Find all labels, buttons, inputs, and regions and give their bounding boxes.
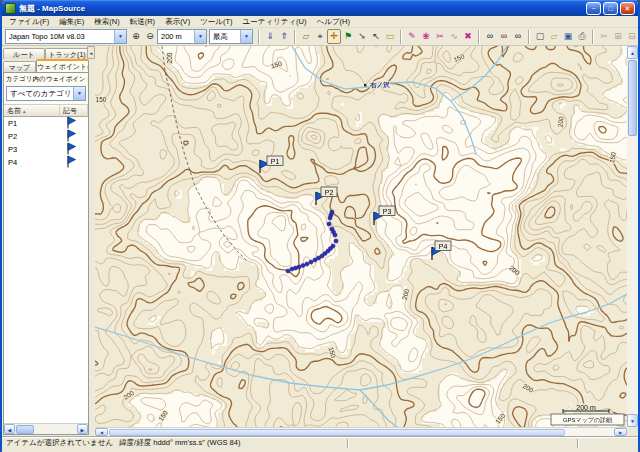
new-button[interactable]: ▢: [533, 29, 547, 44]
waypoint-P3[interactable]: P3: [374, 206, 395, 225]
recent-finds-button[interactable]: ∞: [511, 29, 525, 44]
zoom-out-button[interactable]: ⊖: [143, 29, 157, 44]
draw-track-button[interactable]: ✎: [405, 29, 419, 44]
menu-file[interactable]: ファイル(F): [4, 17, 54, 27]
tab-routes[interactable]: ルート: [3, 48, 45, 59]
map-product-select-value: Japan Topo 10M v8.03: [6, 32, 114, 41]
track-point: [328, 216, 332, 220]
statusbar: アイテムが選択されていません 緯度/経度 hddd° mm'ss.s" (WGS…: [2, 436, 638, 449]
waypoint-P1[interactable]: P1: [260, 156, 283, 173]
route-tool-button[interactable]: ➘: [355, 29, 369, 44]
map-product-select[interactable]: Japan Topo 10M v8.03▼: [5, 29, 127, 44]
map-select-tool-button[interactable]: ▱: [299, 29, 313, 44]
waypoint-tool-button[interactable]: ⚑: [341, 29, 355, 44]
scroll-left-icon[interactable]: ◀: [95, 428, 108, 436]
zoom-tool-button[interactable]: ⌖: [313, 29, 327, 44]
menu-tools[interactable]: ツール(T): [195, 17, 237, 27]
toolbar-separator: [400, 30, 402, 44]
contour-label: 150: [96, 96, 107, 103]
collapse-sidebar-button[interactable]: ◂: [87, 46, 95, 59]
tabs-row-2: マップウェイポイント(4): [2, 59, 90, 72]
tabs-row-1: ルートトラック(1): [2, 46, 90, 59]
close-button[interactable]: ✕: [620, 2, 635, 15]
contour-label: 200: [508, 264, 521, 277]
menu-edit[interactable]: 編集(E): [54, 17, 89, 27]
selection-tool-button[interactable]: ↖: [369, 29, 383, 44]
stream-label-marker: [364, 84, 366, 86]
menu-view[interactable]: 表示(V): [160, 17, 195, 27]
paste-icon: ⊟: [628, 30, 636, 43]
flag-tool-icon: ⚑: [344, 30, 352, 43]
table-row[interactable]: P4: [4, 156, 88, 169]
menu-find[interactable]: 検索(N): [89, 17, 124, 27]
track-point: [327, 222, 331, 226]
track-point: [309, 260, 313, 264]
waypoint-flag-icon: [60, 154, 88, 172]
tab-tracks[interactable]: トラック(1): [45, 48, 89, 59]
stream: [292, 46, 476, 154]
receive-from-device-button[interactable]: ⇑: [277, 29, 291, 44]
printer-icon: ⎙: [578, 30, 585, 43]
map-vscrollbar[interactable]: ▲ ▼: [627, 46, 638, 427]
maximize-button[interactable]: □: [603, 2, 618, 15]
tab-maps[interactable]: マップ: [3, 61, 36, 72]
toolbar: Japan Topo 10M v8.03▼⊕⊖200 m▼最高▼⇓⇑▱⌖✛⚑➘↖…: [2, 28, 638, 46]
chevron-down-icon[interactable]: ▼: [194, 30, 206, 43]
open-button[interactable]: ▱: [547, 29, 561, 44]
minimize-button[interactable]: −: [586, 2, 601, 15]
contour-label: 150: [270, 60, 283, 70]
waypoint-display-button[interactable]: ❀: [419, 29, 433, 44]
toolbar-separator: [294, 30, 296, 44]
track-filter-button[interactable]: ∿: [447, 29, 461, 44]
waypoint-label: P1: [271, 158, 280, 165]
contour-label: 200: [122, 389, 135, 401]
chevron-down-icon[interactable]: ▼: [240, 30, 252, 43]
map-hscroll-thumb[interactable]: [109, 429, 565, 436]
menu-transfer[interactable]: 転送(R): [125, 17, 160, 27]
waypoint-name: P1: [4, 119, 60, 128]
toolbar-separator: [528, 30, 530, 44]
erase-button[interactable]: ✖: [461, 29, 475, 44]
send-to-device-button[interactable]: ⇓: [263, 29, 277, 44]
scroll-up-icon[interactable]: ▲: [627, 46, 638, 59]
scroll-right-icon[interactable]: ▶: [77, 424, 88, 434]
trim-track-button[interactable]: ✂: [433, 29, 447, 44]
measure-tool-button[interactable]: ▭: [383, 29, 397, 44]
hand-tool-button[interactable]: ✛: [327, 29, 341, 44]
menu-help[interactable]: ヘルプ(H): [312, 17, 355, 27]
contour-label: 200: [166, 52, 173, 63]
find-nearest-button[interactable]: ∞: [497, 29, 511, 44]
map-scale-select[interactable]: 200 m▼: [157, 29, 207, 44]
waypoint-P2[interactable]: P2: [316, 187, 337, 205]
binoculars-icon: ∞: [487, 30, 493, 43]
sidebar: ルートトラック(1) マップウェイポイント(4) カテゴリ内のウェイポイントの表…: [2, 46, 90, 436]
track[interactable]: [286, 210, 338, 273]
column-header-name[interactable]: 名前 ▴: [4, 105, 60, 117]
print-button[interactable]: ⎙: [575, 29, 589, 44]
waypoint-table: 名前 ▴ 記号 P1P2P3P4: [4, 104, 88, 423]
waypoint-P4[interactable]: P4: [432, 241, 451, 260]
tab-waypoints[interactable]: ウェイポイント(4): [36, 59, 89, 72]
detail-level-select[interactable]: 最高▼: [209, 29, 253, 44]
route-icon: ➘: [358, 30, 366, 43]
chevron-down-icon[interactable]: ▼: [114, 30, 126, 43]
zoom-in-button[interactable]: ⊕: [129, 29, 143, 44]
menu-utilities[interactable]: ユーティリティ(U): [238, 17, 312, 27]
track-point: [290, 267, 294, 271]
copy-button: ⊞: [611, 29, 625, 44]
category-select[interactable]: すべてのカテゴリ ▼: [6, 86, 86, 101]
stream: [360, 318, 565, 390]
chevron-down-icon[interactable]: ▼: [73, 87, 85, 100]
map-vscroll-thumb[interactable]: [628, 60, 637, 136]
scroll-down-icon[interactable]: ▼: [627, 414, 638, 427]
sidebar-hscrollbar[interactable]: ◀ ▶: [4, 423, 88, 434]
map-hscrollbar[interactable]: ◀ ▶: [95, 427, 627, 436]
toolbar-separator: [478, 30, 480, 44]
status-divider: [577, 439, 579, 448]
map-detail-label: GPSマップの詳細: [563, 416, 612, 424]
save-button[interactable]: ▣: [561, 29, 575, 44]
sidebar-hscroll-thumb[interactable]: [16, 425, 34, 434]
scroll-right-icon[interactable]: ▶: [614, 428, 627, 436]
find-button[interactable]: ∞: [483, 29, 497, 44]
scroll-left-icon[interactable]: ◀: [4, 424, 15, 434]
